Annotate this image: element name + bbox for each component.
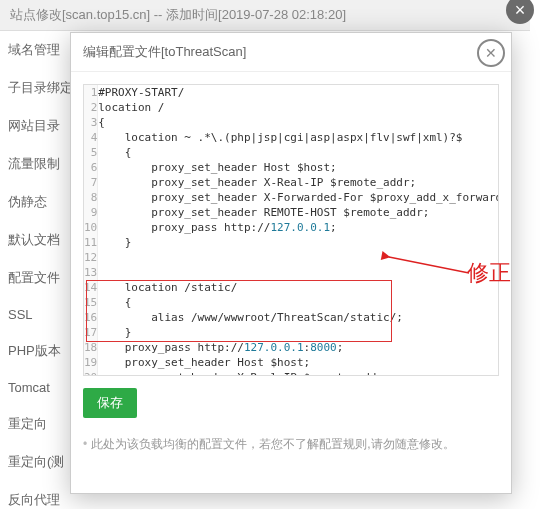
code-line: 19 proxy_set_header Host $host;: [84, 355, 499, 370]
code-line: 1#PROXY-START/: [84, 85, 499, 100]
side-tab[interactable]: 反向代理: [0, 481, 70, 509]
code-line: 12: [84, 250, 499, 265]
side-tab[interactable]: PHP版本: [0, 332, 70, 370]
code-line: 13: [84, 265, 499, 280]
code-line: 17 }: [84, 325, 499, 340]
side-tab[interactable]: 子目录绑定: [0, 69, 70, 107]
tip-text: •此处为该负载均衡的配置文件，若您不了解配置规则,请勿随意修改。: [83, 436, 499, 453]
config-editor-dialog: 编辑配置文件[toThreatScan] ✕ 1#PROXY-START/2lo…: [70, 32, 512, 494]
code-line: 4 location ~ .*\.(php|jsp|cgi|asp|aspx|f…: [84, 130, 499, 145]
code-line: 14 location /static/: [84, 280, 499, 295]
side-tab[interactable]: 域名管理: [0, 31, 70, 69]
save-button[interactable]: 保存: [83, 388, 137, 418]
side-tab[interactable]: SSL: [0, 297, 70, 332]
inner-close-button[interactable]: ✕: [477, 39, 505, 67]
code-line: 11 }: [84, 235, 499, 250]
code-line: 20 proxy_set_header X-Real-IP $remote_ad…: [84, 370, 499, 376]
side-tab[interactable]: 流量限制: [0, 145, 70, 183]
side-tab[interactable]: 伪静态: [0, 183, 70, 221]
code-line: 15 {: [84, 295, 499, 310]
side-tabs: 域名管理子目录绑定网站目录流量限制伪静态默认文档配置文件SSLPHP版本Tomc…: [0, 31, 70, 491]
code-line: 5 {: [84, 145, 499, 160]
side-tab[interactable]: 重定向(测: [0, 443, 70, 481]
code-line: 18 proxy_pass http://127.0.0.1:8000;: [84, 340, 499, 355]
outer-dialog-title: 站点修改[scan.top15.cn] -- 添加时间[2019-07-28 0…: [0, 0, 530, 31]
side-tab[interactable]: 网站目录: [0, 107, 70, 145]
side-tab[interactable]: 默认文档: [0, 221, 70, 259]
inner-dialog-title: 编辑配置文件[toThreatScan]: [71, 33, 511, 72]
side-tab[interactable]: 配置文件: [0, 259, 70, 297]
code-line: 3{: [84, 115, 499, 130]
code-line: 2location /: [84, 100, 499, 115]
code-line: 8 proxy_set_header X-Forwarded-For $prox…: [84, 190, 499, 205]
code-line: 10 proxy_pass http://127.0.0.1;: [84, 220, 499, 235]
code-line: 6 proxy_set_header Host $host;: [84, 160, 499, 175]
code-editor[interactable]: 1#PROXY-START/2location /3{4 location ~ …: [83, 84, 499, 376]
side-tab[interactable]: 重定向: [0, 405, 70, 443]
side-tab[interactable]: Tomcat: [0, 370, 70, 405]
code-line: 9 proxy_set_header REMOTE-HOST $remote_a…: [84, 205, 499, 220]
code-line: 16 alias /www/wwwroot/ThreatScan/static/…: [84, 310, 499, 325]
code-line: 7 proxy_set_header X-Real-IP $remote_add…: [84, 175, 499, 190]
